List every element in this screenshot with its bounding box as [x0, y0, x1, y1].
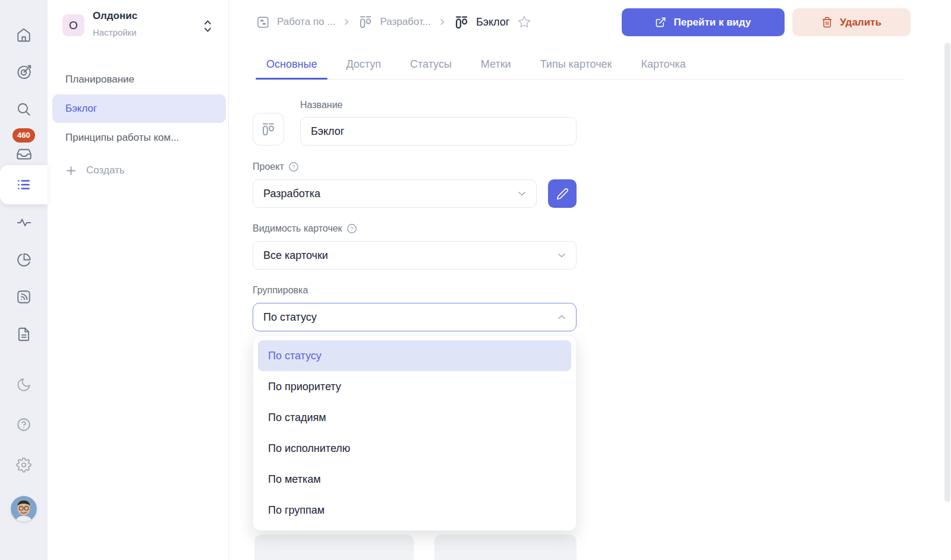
home-icon[interactable] — [0, 20, 48, 50]
svg-text:?: ? — [292, 163, 295, 170]
sidebar-item-planning[interactable]: Планирование — [48, 68, 229, 91]
settings-sidebar: О Олдонис Настройки Планирование Бэклог … — [48, 0, 229, 560]
feed-icon[interactable] — [0, 281, 48, 312]
settings-tabs: Основные Доступ Статусы Метки Типы карто… — [256, 50, 903, 80]
workspace-switcher[interactable]: О Олдонис Настройки — [48, 0, 229, 50]
workspace-name: Олдонис — [93, 10, 137, 22]
board-icon — [260, 121, 276, 137]
breadcrumb-space[interactable]: Работа по ... — [256, 15, 335, 30]
scrollbar-thumb[interactable] — [944, 43, 950, 502]
name-input[interactable] — [300, 117, 577, 145]
project-value: Разработка — [263, 188, 320, 200]
create-button[interactable]: Создать — [65, 159, 125, 182]
favorite-star-icon[interactable] — [517, 15, 531, 29]
settings-gear-icon[interactable] — [0, 450, 48, 480]
inbox-icon[interactable]: 460 — [0, 138, 48, 169]
breadcrumb-board-parent[interactable]: Разработ... — [358, 14, 431, 30]
chevron-right-icon — [437, 17, 447, 27]
grouping-value: По статусу — [263, 311, 317, 324]
icon-rail: 460 — [0, 0, 48, 560]
inbox-badge: 460 — [12, 128, 35, 143]
unfold-chevrons-icon — [202, 18, 213, 34]
option-by-status[interactable]: По статусу — [258, 340, 571, 371]
help-circle-icon[interactable]: ? — [288, 162, 299, 172]
help-circle-icon[interactable]: ? — [347, 223, 357, 234]
visibility-label: Видимость карточек ? — [253, 223, 357, 234]
chevron-down-icon — [556, 249, 568, 261]
activity-icon[interactable] — [0, 207, 48, 238]
name-label: Название — [300, 100, 343, 110]
option-by-assignee[interactable]: По исполнителю — [258, 433, 571, 464]
workspace-avatar: О — [62, 14, 84, 36]
option-by-priority[interactable]: По приоритету — [258, 371, 571, 402]
document-icon[interactable] — [0, 319, 48, 350]
trash-icon — [821, 17, 833, 28]
option-by-label[interactable]: По меткам — [258, 464, 571, 495]
grouping-select[interactable]: По статусу — [253, 303, 577, 331]
go-to-view-label: Перейти к виду — [673, 17, 751, 29]
tab-card-types[interactable]: Типы карточек — [530, 50, 623, 79]
option-by-stage[interactable]: По стадиям — [258, 402, 571, 433]
visibility-select[interactable]: Все карточки — [253, 241, 577, 270]
user-avatar[interactable] — [11, 496, 37, 522]
pie-chart-icon[interactable] — [0, 244, 48, 275]
go-to-view-button[interactable]: Перейти к виду — [622, 8, 785, 36]
sidebar-item-backlog[interactable]: Бэклог — [52, 94, 226, 123]
chevron-up-icon — [556, 311, 568, 323]
plus-icon — [65, 165, 77, 176]
goal-icon[interactable] — [0, 56, 48, 87]
project-select[interactable]: Разработка — [253, 179, 537, 208]
option-by-group[interactable]: По группам — [258, 495, 571, 526]
tab-general[interactable]: Основные — [256, 50, 328, 79]
workspace-subtitle: Настройки — [93, 27, 137, 37]
delete-button[interactable]: Удалить — [792, 8, 911, 36]
tab-statuses[interactable]: Статусы — [399, 50, 462, 79]
hidden-field-left[interactable] — [254, 534, 414, 560]
create-label: Создать — [86, 164, 125, 176]
sidebar-item-principles[interactable]: Принципы работы ком... — [48, 126, 229, 150]
app-window: 460 О Олдо — [0, 0, 951, 560]
edit-project-button[interactable] — [548, 179, 577, 208]
dark-mode-icon[interactable] — [0, 369, 48, 400]
tab-card[interactable]: Карточка — [630, 50, 696, 79]
hidden-field-right[interactable] — [434, 534, 577, 560]
grouping-dropdown: По статусу По приоритету По стадиям По и… — [253, 335, 577, 531]
pencil-icon — [556, 188, 569, 200]
search-icon[interactable] — [0, 94, 48, 125]
board-icon-picker[interactable] — [253, 113, 284, 145]
active-tab-underline — [256, 78, 328, 80]
grouping-label: Группировка — [253, 285, 308, 296]
main-content: Работа по ... Разработ... Бэклог Перейти… — [229, 0, 951, 560]
space-icon — [256, 15, 270, 30]
svg-text:?: ? — [350, 225, 353, 232]
boards-list-icon[interactable] — [0, 169, 48, 200]
board-icon — [454, 14, 470, 30]
delete-label: Удалить — [840, 17, 881, 29]
tab-labels[interactable]: Метки — [470, 50, 522, 79]
board-icon — [358, 14, 373, 30]
breadcrumb-board-current[interactable]: Бэклог — [454, 14, 509, 30]
chevron-down-icon — [516, 188, 528, 200]
project-label: Проект ? — [253, 162, 299, 172]
breadcrumb: Работа по ... Разработ... Бэклог — [256, 11, 531, 33]
chevron-right-icon — [342, 17, 351, 27]
external-link-icon — [655, 17, 666, 28]
tab-access[interactable]: Доступ — [335, 50, 392, 79]
visibility-value: Все карточки — [263, 249, 328, 262]
help-icon[interactable] — [0, 409, 48, 440]
